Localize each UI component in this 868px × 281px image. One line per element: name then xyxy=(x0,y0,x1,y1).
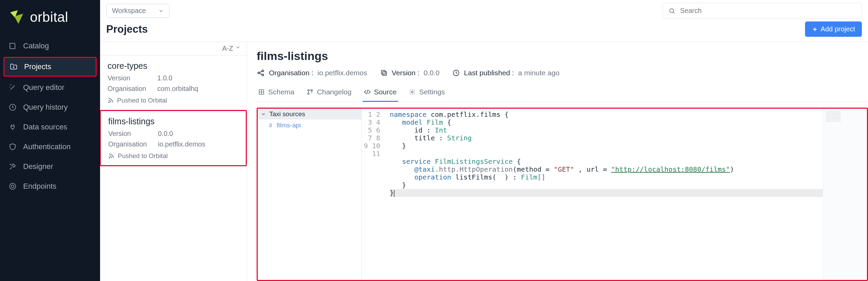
tab-settings[interactable]: Settings xyxy=(407,84,446,102)
sidebar-item-label: Query history xyxy=(23,103,68,112)
return-type: Film[] xyxy=(521,173,545,181)
shield-icon xyxy=(8,142,17,151)
sidebar-item-label: Designer xyxy=(23,162,53,171)
version-value: 1.0.0 xyxy=(157,73,172,83)
svg-point-16 xyxy=(308,93,309,94)
code-icon xyxy=(364,89,371,95)
sidebar-item-designer[interactable]: Designer xyxy=(3,158,97,175)
clock-icon xyxy=(452,69,460,77)
code-editor[interactable]: 1 2 3 4 5 6 7 8 9 10 11 namespace com.pe… xyxy=(362,109,867,280)
tools-icon xyxy=(8,162,17,171)
topbar: Workspace xyxy=(100,0,868,21)
logo-mark-icon xyxy=(8,10,25,25)
detail-meta: Organisation : io.petflix.demos Version … xyxy=(257,69,868,77)
svg-point-4 xyxy=(11,185,14,188)
kw-service: service xyxy=(402,157,431,166)
source-editor: Taxi sources films-api 1 2 3 4 5 6 7 8 9… xyxy=(257,108,868,281)
plug-icon xyxy=(8,123,17,131)
svg-point-3 xyxy=(10,183,16,189)
main: Workspace Projects Add project A-Z xyxy=(100,0,868,281)
project-card[interactable]: core-types Version1.0.0 Organisationcom.… xyxy=(100,56,247,110)
svg-point-7 xyxy=(109,157,110,158)
page-title: Projects xyxy=(106,23,148,35)
sidebar-item-endpoints[interactable]: Endpoints xyxy=(3,177,97,195)
service-name: FilmListingsService xyxy=(435,157,513,166)
tab-label: Schema xyxy=(268,88,294,96)
gear-icon xyxy=(409,89,416,95)
version-key: Version xyxy=(108,73,146,83)
workspace-selector[interactable]: Workspace xyxy=(106,4,170,18)
ann-decorator: @taxi xyxy=(414,165,435,173)
svg-point-18 xyxy=(412,91,413,93)
svg-point-15 xyxy=(308,90,309,91)
ns-value: com.petflix.films xyxy=(431,110,500,119)
code-minimap[interactable] xyxy=(823,109,867,280)
svg-point-5 xyxy=(670,9,674,13)
share-icon xyxy=(257,69,265,77)
version-value: 0.0.0 xyxy=(423,69,439,77)
model-name: Film xyxy=(427,118,443,126)
tree-section-header[interactable]: Taxi sources xyxy=(258,109,361,120)
sidebar-nav: Catalog Projects Query editor Query hist… xyxy=(0,37,100,195)
sidebar-item-catalog[interactable]: Catalog xyxy=(3,37,97,55)
wand-icon xyxy=(8,83,17,92)
sidebar-item-label: Catalog xyxy=(23,42,49,50)
project-status: Pushed to Orbital xyxy=(108,152,238,160)
sort-label: A-Z xyxy=(222,45,233,52)
project-list: A-Z core-types Version1.0.0 Organisation… xyxy=(100,42,247,281)
svg-rect-12 xyxy=(381,71,385,74)
sidebar-item-projects[interactable]: Projects xyxy=(3,57,97,77)
published-label: Last published : xyxy=(464,69,514,77)
line-gutter: 1 2 3 4 5 6 7 8 9 10 11 xyxy=(362,109,384,280)
sidebar-item-query-history[interactable]: Query history xyxy=(3,98,97,116)
method-key: method xyxy=(517,165,541,173)
org-label: Organisation : xyxy=(269,69,314,77)
branch-icon xyxy=(307,89,314,95)
tab-schema[interactable]: Schema xyxy=(257,84,296,102)
history-icon xyxy=(8,103,17,112)
url-key: url xyxy=(586,165,599,173)
sidebar-item-label: Query editor xyxy=(23,83,64,92)
search-input[interactable] xyxy=(679,6,856,15)
tab-label: Changelog xyxy=(317,88,352,96)
project-name: films-listings xyxy=(108,116,238,126)
tab-source[interactable]: Source xyxy=(363,84,398,102)
folder-plus-icon xyxy=(9,62,18,71)
sidebar-item-authentication[interactable]: Authentication xyxy=(3,138,97,156)
book-icon xyxy=(8,42,17,50)
code-content[interactable]: namespace com.petflix.films { model Film… xyxy=(384,109,823,280)
file-tree: Taxi sources films-api xyxy=(258,109,362,280)
tab-changelog[interactable]: Changelog xyxy=(305,84,353,102)
page-header: Projects Add project xyxy=(100,21,868,42)
rss-icon xyxy=(108,153,114,159)
rss-icon xyxy=(108,97,114,104)
organisation-meta: Organisation : io.petflix.demos xyxy=(257,69,367,77)
sidebar: orbital Catalog Projects Query editor Qu… xyxy=(0,0,100,281)
version-key: Version xyxy=(108,128,146,139)
sort-selector[interactable]: A-Z xyxy=(100,42,247,56)
kw-namespace: namespace xyxy=(390,110,427,119)
kw-operation: operation xyxy=(414,173,451,181)
op-name: listFilms xyxy=(455,173,492,181)
search-box[interactable] xyxy=(663,3,862,19)
target-icon xyxy=(8,182,17,191)
add-project-button[interactable]: Add project xyxy=(805,21,862,37)
org-value: io.petflix.demos xyxy=(158,139,205,150)
published-value: a minute ago xyxy=(518,69,559,77)
sidebar-item-query-editor[interactable]: Query editor xyxy=(3,79,97,96)
tab-label: Source xyxy=(374,88,397,96)
project-name: core-types xyxy=(108,61,239,71)
file-lines-icon xyxy=(268,123,273,128)
sidebar-item-label: Projects xyxy=(24,62,51,71)
content: A-Z core-types Version1.0.0 Organisation… xyxy=(100,42,868,281)
grid-icon xyxy=(258,89,265,95)
text-cursor xyxy=(394,190,395,197)
tree-file-item[interactable]: films-api xyxy=(258,120,361,131)
sidebar-item-data-sources[interactable]: Data sources xyxy=(3,118,97,136)
project-card[interactable]: films-listings Version0.0.0 Organisation… xyxy=(100,110,247,166)
version-label: Version : xyxy=(392,69,420,77)
method-val: "GET" xyxy=(554,165,574,173)
svg-point-6 xyxy=(109,102,109,103)
sidebar-item-label: Endpoints xyxy=(23,182,57,191)
chevron-down-icon xyxy=(158,8,164,14)
